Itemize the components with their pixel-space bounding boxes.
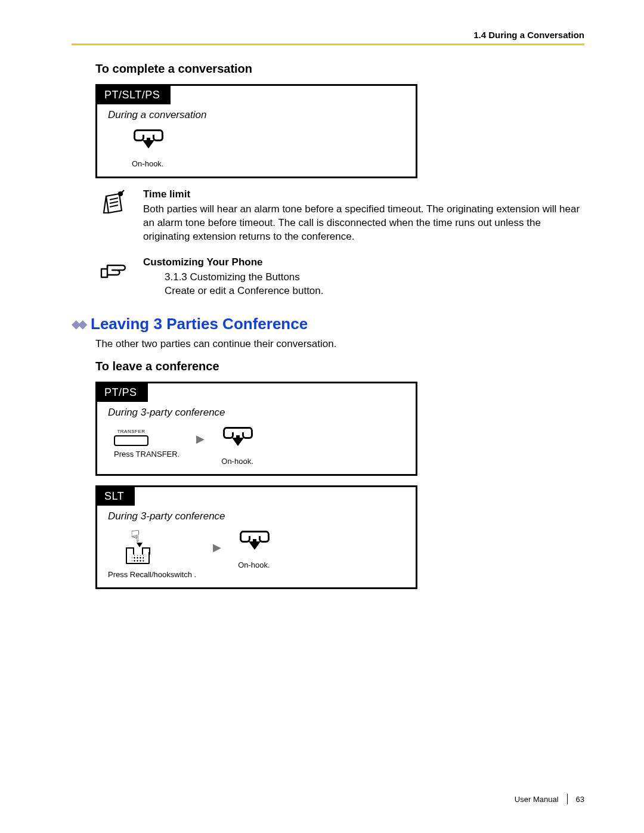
note-body: Both parties will hear an alarm tone bef…	[143, 203, 580, 242]
context-label: During a conversation	[108, 109, 405, 121]
page-header: 1.4 During a Conversation	[72, 30, 584, 40]
subheading-complete: To complete a conversation	[95, 62, 584, 76]
pointing-hand-icon	[99, 257, 128, 288]
section-title: Leaving 3 Parties Conference	[91, 315, 308, 333]
step-onhook: On-hook.	[221, 425, 255, 466]
step-onhook: On-hook.	[108, 127, 165, 168]
footer-manual-label: User Manual	[515, 795, 559, 804]
arrow-right-icon: ▶	[196, 432, 205, 445]
step-caption: On-hook.	[132, 159, 165, 168]
note-title: Time limit	[143, 188, 584, 202]
note-time-limit: Time limit Both parties will hear an ala…	[95, 188, 584, 244]
section-heading-row: ◆◆ Leaving 3 Parties Conference	[95, 315, 584, 333]
context-label: During 3-party conference	[108, 510, 405, 522]
arrow-right-icon: ▶	[213, 541, 221, 554]
customize-title: Customizing Your Phone	[143, 256, 324, 270]
customize-line2: Create or edit a Conference button.	[165, 284, 324, 298]
procedure-leave-slt: SLT During 3-party conference ☟ Press Re…	[95, 485, 417, 589]
device-tab: PT/SLT/PS	[97, 86, 171, 104]
page-footer: User Manual 63	[515, 794, 584, 804]
memo-icon	[99, 189, 128, 220]
context-label: During 3-party conference	[108, 407, 405, 419]
diamond-bullets-icon: ◆◆	[72, 317, 85, 331]
customize-line1: 3.1.3 Customizing the Buttons	[165, 271, 324, 284]
step-onhook: On-hook.	[238, 528, 271, 569]
transfer-button-icon: TRANSFER	[114, 429, 148, 446]
transfer-key-label: TRANSFER	[114, 429, 148, 434]
footer-page-number: 63	[576, 795, 584, 804]
step-transfer: TRANSFER Press TRANSFER.	[108, 425, 179, 459]
onhook-icon	[132, 127, 165, 153]
footer-divider	[567, 794, 568, 804]
header-divider	[72, 44, 584, 45]
step-caption: On-hook.	[221, 457, 255, 466]
subheading-leave: To leave a conference	[95, 360, 584, 373]
procedure-complete: PT/SLT/PS During a conversation On-hook.	[95, 84, 417, 178]
recall-hookswitch-icon: ☟	[120, 528, 156, 564]
step-caption: On-hook.	[238, 561, 271, 569]
procedure-leave-ptps: PT/PS During 3-party conference TRANSFER…	[95, 382, 417, 476]
step-recall: ☟ Press Recall/hookswitch .	[108, 528, 196, 579]
onhook-icon	[221, 425, 255, 451]
device-tab: PT/PS	[97, 383, 148, 402]
customize-ref: Customizing Your Phone 3.1.3 Customizing…	[95, 256, 584, 298]
onhook-icon	[238, 528, 271, 555]
device-tab: SLT	[97, 487, 135, 506]
step-caption: Press Recall/hookswitch .	[108, 570, 196, 579]
step-caption: Press TRANSFER.	[114, 450, 179, 459]
section-intro: The other two parties can continue their…	[95, 338, 584, 350]
